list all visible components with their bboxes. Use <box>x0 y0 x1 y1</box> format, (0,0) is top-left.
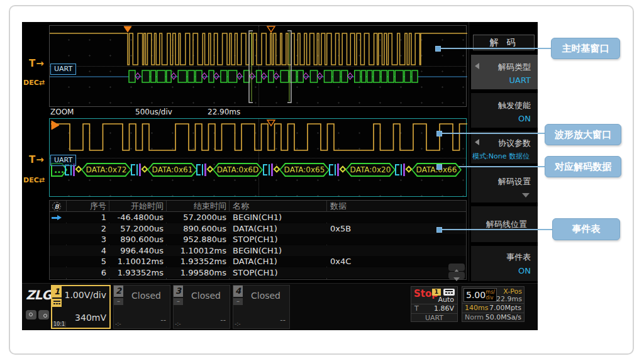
cell-c1: 1 <box>66 212 109 223</box>
pad-dot-icon <box>43 314 47 318</box>
cell-c0 <box>50 245 66 256</box>
event-table[interactable]: B 序号 开始时间 结束时间 名称 数据 1-46.4800us57.2000u… <box>49 200 467 280</box>
decode-data-block: DATA:0x20 <box>345 163 396 177</box>
event-table-row[interactable]: 3890.600us952.880usSTOP(CH1) <box>50 234 466 245</box>
record-row: 140ms 7.00Mpts <box>462 303 524 313</box>
main-timebase-window[interactable] <box>49 25 467 107</box>
dropdown-arrow-icon <box>522 193 530 197</box>
menu-item-event-table[interactable]: 事件表 ON <box>471 246 538 281</box>
col-name: 名称 <box>229 201 326 212</box>
cell-c0 <box>50 223 66 234</box>
cell-c3: 1.10012ms <box>166 245 229 256</box>
ch1-volts-div: 1.00V/div <box>64 290 106 300</box>
channel-1-box[interactable]: 1 10:1 1.00V/div 340mV <box>51 285 111 329</box>
ch2-value: -- <box>160 316 166 325</box>
ch2-coupling: – <box>114 298 123 305</box>
acquisition-row: Norm 50.0MSa/s <box>462 313 524 322</box>
channel-2-box[interactable]: 2 – Closed -:- -- <box>113 285 170 329</box>
event-table-row[interactable]: 51.10012ms1.93352msDATA(CH1)0x4C <box>50 256 466 267</box>
decode-data-block: DATA:0x61 <box>147 163 197 177</box>
channel-1-badge: 1 <box>52 286 62 297</box>
menu-item-label: 触发使能 <box>498 100 531 111</box>
trigger-coupling-icon <box>443 289 455 296</box>
timebase-unit: ms/div <box>486 289 495 301</box>
trigger-status-box[interactable]: Stop 1 Auto T 1.86V UART <box>411 286 458 322</box>
menu-item-decode-type[interactable]: 解码类型 UART <box>471 55 538 89</box>
cell-c4: STOP(CH1) <box>229 267 326 278</box>
probe-ratio: 10:1 <box>52 321 66 327</box>
memory-depth: 7.00Mpts <box>489 304 521 312</box>
zoom-header: ZOOM 500us/div 22.90ms <box>49 108 467 118</box>
menu-item-decode-line-position[interactable]: 解码线位置 <box>471 206 538 242</box>
zoom-uart-bus-tag[interactable]: UART <box>50 155 76 166</box>
callout-anchor-decode-data <box>436 164 442 170</box>
cell-c5: 0x4C <box>326 256 467 267</box>
scroll-down-button[interactable] <box>448 272 465 279</box>
event-table-row[interactable]: 4996.440us1.10012msBEGIN(CH1) <box>50 245 466 256</box>
ch4-coupling: – <box>233 298 243 305</box>
xpos-value: 22.9ms <box>496 295 522 303</box>
cell-c4: STOP(CH1) <box>229 234 326 245</box>
ch2-probe: -:- <box>115 321 121 327</box>
trigger-t-label: T <box>414 304 419 313</box>
t-label: T <box>29 154 36 165</box>
cell-c0 <box>50 234 66 245</box>
main-decode-label: DEC⇄ <box>23 79 45 87</box>
dec-label: DEC <box>23 176 39 184</box>
dec-arrows-icon: ⇄ <box>39 176 45 184</box>
decode-menu-sidebar: 解 码 解码类型 UART 触发使能 ON 协议参数 模式:None 数据位 解… <box>469 22 538 281</box>
channel-4-badge: 4 <box>233 286 243 297</box>
touch-icon <box>26 310 36 319</box>
col-end-time: 结束时间 <box>166 201 229 212</box>
submenu-left-arrow-icon <box>475 139 479 145</box>
menu-item-label: 解码类型 <box>498 62 531 73</box>
status-bar: ZLG® 1 10:1 1.00V/div 340mV 2 – Closed -… <box>22 283 538 330</box>
zoom-scale: 500us/div <box>135 108 172 116</box>
channel-2-badge: 2 <box>114 286 123 297</box>
ch3-probe: -:- <box>175 321 181 327</box>
menu-item-decode-settings[interactable]: 解码设置 <box>471 167 538 203</box>
main-waveform <box>50 26 467 108</box>
cell-c1: 2 <box>66 223 109 234</box>
cell-c1: 6 <box>66 267 109 278</box>
timebase-status-box[interactable]: 5.00 ms/div X-Pos 22.9ms 140ms 7.00Mpts … <box>462 286 525 322</box>
acquisition-mode: Norm <box>465 313 484 321</box>
callout-anchor-main-window <box>435 46 441 52</box>
cell-c2: 1.10012ms <box>109 256 166 267</box>
event-table-row[interactable]: 1-46.4800us57.2000usBEGIN(CH1) <box>50 212 466 223</box>
scroll-up-button[interactable] <box>448 264 465 271</box>
trigger-sweep-mode: Auto <box>438 296 454 304</box>
channel-4-box[interactable]: 4 – Closed -:- -- <box>233 285 290 329</box>
main-uart-bus-tag[interactable]: UART <box>50 64 76 75</box>
cell-c4: BEGIN(CH1) <box>229 245 326 256</box>
cell-c3: 952.880us <box>166 234 229 245</box>
channel-3-box[interactable]: 3 – Closed -:- -- <box>173 285 230 329</box>
timebase-scale-box: 5.00 ms/div <box>464 288 497 302</box>
zoom-label: ZOOM <box>50 108 74 116</box>
table-scroll-buttons <box>448 264 465 280</box>
cell-c2: 57.2000us <box>109 223 166 234</box>
cell-c1: 5 <box>66 256 109 267</box>
event-table-row[interactable]: 61.93352ms1.99580msSTOP(CH1) <box>50 267 466 278</box>
callout-main-timebase-window: 主时基窗口 <box>551 38 620 59</box>
bus-b-icon[interactable]: B <box>52 202 61 211</box>
oscilloscope-screen: T→ DEC⇄ UART ZOOM 500us/div 22.90ms T→ D… <box>22 22 538 330</box>
decode-data-block: DATA:0x72 <box>81 163 131 177</box>
trigger-source-badge: 1 <box>432 289 441 296</box>
cell-c5 <box>326 245 467 256</box>
ch3-value: -- <box>220 316 226 325</box>
cell-c5 <box>326 234 467 245</box>
col-start-time: 开始时间 <box>109 201 166 212</box>
event-table-row[interactable]: 257.2000us890.600usDATA(CH1)0x5B <box>50 223 466 234</box>
bus-icon-cell: B <box>50 201 66 212</box>
menu-item-value: ON <box>518 114 531 123</box>
cell-c3: 1.93352ms <box>166 256 229 267</box>
t-arrow-icon: → <box>36 154 45 165</box>
cell-c0 <box>50 256 66 267</box>
menu-item-trigger-enable[interactable]: 触发使能 ON <box>471 93 538 128</box>
waveform-zoom-window[interactable]: ...DATA:0x72DATA:0x61DATA:0x6DDATA:0x65D… <box>49 118 467 197</box>
menu-item-protocol-params[interactable]: 协议参数 模式:None 数据位 <box>471 131 538 164</box>
touch-dot-icon <box>29 313 33 316</box>
figure-page: T→ DEC⇄ UART ZOOM 500us/div 22.90ms T→ D… <box>0 0 644 361</box>
callout-anchor-event-table <box>436 227 442 233</box>
